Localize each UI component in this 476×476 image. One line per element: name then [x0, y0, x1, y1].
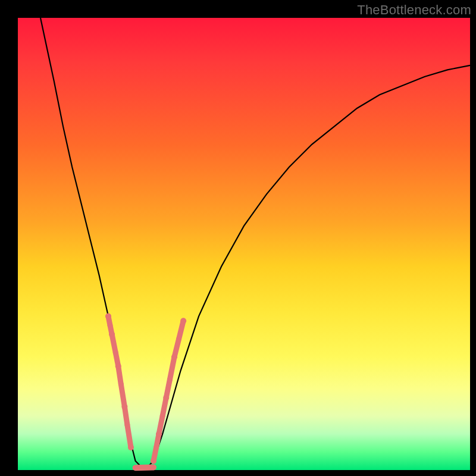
right-arm-dot	[151, 458, 156, 464]
bottleneck-curve	[40, 18, 470, 470]
left-arm-dot	[121, 404, 127, 410]
bottom-segment	[136, 467, 154, 468]
left-arm-dot	[128, 444, 134, 450]
left-arm-segment	[127, 425, 131, 447]
watermark-text: TheBottleneck.com	[357, 2, 471, 18]
highlight-markers	[105, 314, 186, 468]
right-arm-dot	[171, 354, 177, 360]
plot-area	[18, 18, 470, 470]
right-arm-segment	[170, 357, 174, 380]
chart-frame: TheBottleneck.com	[0, 0, 476, 476]
left-arm-dot	[115, 363, 121, 369]
right-arm-dot	[180, 318, 186, 324]
left-arm-segment	[121, 384, 124, 407]
left-arm-dot	[109, 331, 115, 337]
left-arm-dot	[105, 314, 111, 320]
right-arm-dot	[163, 394, 169, 400]
curve-layer	[18, 18, 470, 470]
right-arm-dot	[156, 431, 162, 437]
